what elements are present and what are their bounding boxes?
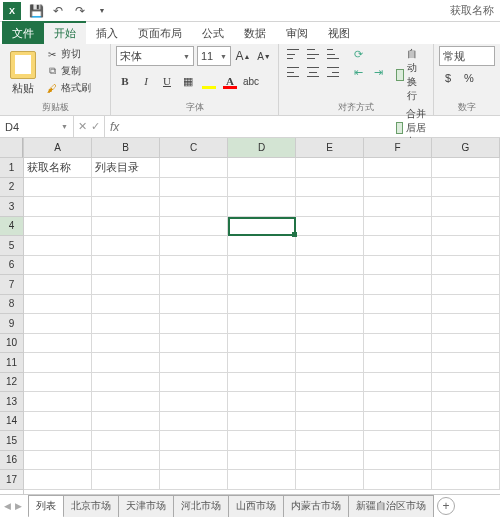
row-header-7[interactable]: 7 (0, 275, 23, 295)
paste-button[interactable]: 粘贴 (5, 46, 41, 101)
copy-button[interactable]: ⧉复制 (44, 63, 93, 79)
cell-E11[interactable] (296, 353, 364, 373)
bold-button[interactable]: B (116, 72, 134, 90)
cell-C12[interactable] (160, 373, 228, 393)
cell-E17[interactable] (296, 470, 364, 490)
cell-C10[interactable] (160, 334, 228, 354)
cell-G11[interactable] (432, 353, 500, 373)
cell-C14[interactable] (160, 412, 228, 432)
cell-E5[interactable] (296, 236, 364, 256)
column-header-B[interactable]: B (92, 138, 160, 158)
cell-C2[interactable] (160, 178, 228, 198)
cut-button[interactable]: ✂剪切 (44, 46, 93, 62)
cell-B1[interactable]: 列表目录 (92, 158, 160, 178)
cell-B5[interactable] (92, 236, 160, 256)
phonetic-button[interactable]: abc (242, 72, 260, 90)
cell-A3[interactable] (24, 197, 92, 217)
cell-D3[interactable] (228, 197, 296, 217)
percent-format-button[interactable]: % (460, 69, 478, 87)
sheet-nav-prev-icon[interactable]: ◀ (4, 501, 11, 511)
cell-B6[interactable] (92, 256, 160, 276)
align-center-button[interactable] (304, 64, 322, 80)
tab-insert[interactable]: 插入 (86, 21, 128, 44)
cell-A15[interactable] (24, 431, 92, 451)
sheet-tab[interactable]: 内蒙古市场 (283, 495, 349, 518)
cell-B7[interactable] (92, 275, 160, 295)
cell-C3[interactable] (160, 197, 228, 217)
cell-C4[interactable] (160, 217, 228, 237)
new-sheet-button[interactable]: + (437, 497, 455, 515)
column-header-C[interactable]: C (160, 138, 228, 158)
row-header-2[interactable]: 2 (0, 178, 23, 198)
font-size-combo[interactable]: 11▼ (197, 46, 231, 66)
cell-C16[interactable] (160, 451, 228, 471)
cell-G16[interactable] (432, 451, 500, 471)
cell-D8[interactable] (228, 295, 296, 315)
cell-C5[interactable] (160, 236, 228, 256)
cell-F8[interactable] (364, 295, 432, 315)
cell-C9[interactable] (160, 314, 228, 334)
cell-F10[interactable] (364, 334, 432, 354)
column-header-A[interactable]: A (24, 138, 92, 158)
cell-D14[interactable] (228, 412, 296, 432)
cell-E16[interactable] (296, 451, 364, 471)
cell-D9[interactable] (228, 314, 296, 334)
cell-B4[interactable] (92, 217, 160, 237)
align-middle-button[interactable] (304, 46, 322, 62)
tab-home[interactable]: 开始 (44, 21, 86, 44)
column-header-D[interactable]: D (228, 138, 296, 158)
cell-C11[interactable] (160, 353, 228, 373)
increase-indent-button[interactable]: ⇥ (369, 64, 387, 80)
cell-E14[interactable] (296, 412, 364, 432)
enter-formula-icon[interactable]: ✓ (91, 120, 100, 133)
row-header-9[interactable]: 9 (0, 314, 23, 334)
cell-B15[interactable] (92, 431, 160, 451)
cell-D6[interactable] (228, 256, 296, 276)
cell-D17[interactable] (228, 470, 296, 490)
font-color-button[interactable]: A (221, 73, 239, 89)
cell-E2[interactable] (296, 178, 364, 198)
cell-G12[interactable] (432, 373, 500, 393)
row-header-15[interactable]: 15 (0, 431, 23, 451)
cell-E9[interactable] (296, 314, 364, 334)
cell-A10[interactable] (24, 334, 92, 354)
cell-F5[interactable] (364, 236, 432, 256)
cell-A16[interactable] (24, 451, 92, 471)
cell-A12[interactable] (24, 373, 92, 393)
cell-A8[interactable] (24, 295, 92, 315)
row-header-14[interactable]: 14 (0, 412, 23, 432)
row-header-1[interactable]: 1 (0, 158, 23, 178)
row-header-12[interactable]: 12 (0, 373, 23, 393)
cell-B9[interactable] (92, 314, 160, 334)
cell-E10[interactable] (296, 334, 364, 354)
cell-G6[interactable] (432, 256, 500, 276)
cell-G4[interactable] (432, 217, 500, 237)
row-header-6[interactable]: 6 (0, 256, 23, 276)
cell-D5[interactable] (228, 236, 296, 256)
sheet-tab[interactable]: 北京市场 (63, 495, 119, 518)
align-top-button[interactable] (284, 46, 302, 62)
column-header-F[interactable]: F (364, 138, 432, 158)
row-header-4[interactable]: 4 (0, 217, 23, 237)
cell-B3[interactable] (92, 197, 160, 217)
tab-formulas[interactable]: 公式 (192, 21, 234, 44)
cell-G5[interactable] (432, 236, 500, 256)
cell-F17[interactable] (364, 470, 432, 490)
cell-A4[interactable] (24, 217, 92, 237)
cell-D10[interactable] (228, 334, 296, 354)
cell-F14[interactable] (364, 412, 432, 432)
cell-E3[interactable] (296, 197, 364, 217)
cell-E7[interactable] (296, 275, 364, 295)
cell-C7[interactable] (160, 275, 228, 295)
grow-font-button[interactable]: A▲ (234, 47, 252, 65)
accounting-format-button[interactable]: $ (439, 69, 457, 87)
column-header-E[interactable]: E (296, 138, 364, 158)
cell-E12[interactable] (296, 373, 364, 393)
cell-G8[interactable] (432, 295, 500, 315)
cell-A5[interactable] (24, 236, 92, 256)
cell-C6[interactable] (160, 256, 228, 276)
cell-A14[interactable] (24, 412, 92, 432)
cell-B13[interactable] (92, 392, 160, 412)
name-box[interactable]: D4▼ (0, 116, 74, 137)
cell-G1[interactable] (432, 158, 500, 178)
